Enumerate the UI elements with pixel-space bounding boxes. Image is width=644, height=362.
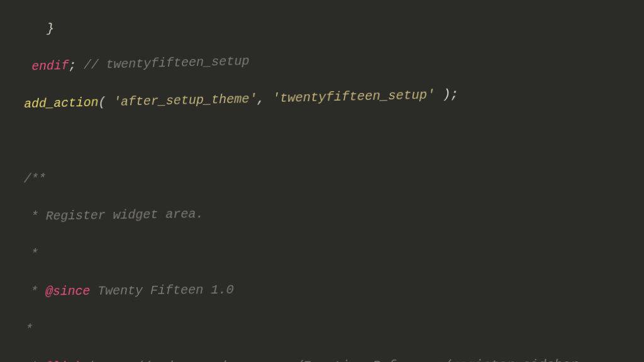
comma: , <box>257 91 272 106</box>
semicolon: ; <box>69 58 76 73</box>
code-line: } <box>3 3 644 40</box>
docblock-line: /** <box>1 158 644 189</box>
doc-link-url: https://codex.wordpress.org/Function_Ref… <box>82 358 579 362</box>
string-hook: 'after_setup_theme' <box>113 92 257 109</box>
docblock-line: * @link https://codex.wordpress.org/Func… <box>1 355 644 362</box>
doc-open: /** <box>24 172 46 187</box>
code-line: endif; // twentyfifteen_setup <box>2 41 644 77</box>
docblock-line: * Register widget area. <box>1 198 644 227</box>
brace-close: } <box>47 21 54 36</box>
string-callback: 'twentyfifteen_setup' <box>272 87 435 106</box>
func-add-action: add_action <box>24 96 98 112</box>
doc-tag-since: @since <box>45 284 90 299</box>
doc-tag-link: @link <box>45 359 82 362</box>
keyword-endif: endif <box>31 58 69 74</box>
doc-star: * <box>18 322 33 337</box>
comment: // twentyfifteen_setup <box>84 54 250 73</box>
doc-since-val: Twenty Fifteen 1.0 <box>90 283 233 299</box>
doc-star: * <box>23 284 46 299</box>
paren: ( <box>98 95 113 109</box>
code-editor[interactable]: } endif; // twentyfifteen_setup add_acti… <box>0 0 644 362</box>
docblock-line: * @since Twenty Fifteen 1.0 <box>1 277 644 302</box>
code-line: add_action( 'after_setup_theme', 'twenty… <box>2 80 644 114</box>
blank-line <box>2 119 644 151</box>
docblock-line: * <box>0 315 644 339</box>
doc-star: * <box>23 247 38 261</box>
docblock-line: * <box>1 237 644 264</box>
paren-close: ); <box>435 87 458 102</box>
doc-star: * <box>23 360 45 362</box>
doc-text: * Register widget area. <box>23 207 203 224</box>
